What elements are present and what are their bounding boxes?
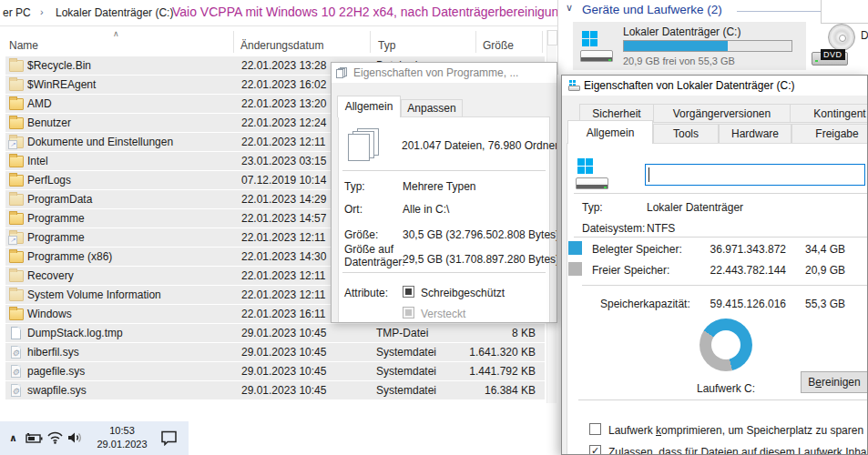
tab-hardware[interactable]: Hardware	[719, 124, 791, 144]
capacity-bar	[623, 40, 792, 52]
drive-item-local-disk-c[interactable]: Lokaler Datenträger (C:) 20,9 GB frei vo…	[573, 22, 806, 70]
folder-icon	[9, 98, 24, 110]
desktop-screenshot: er PC › Lokaler Datenträger (C:) Vaio VC…	[0, 0, 868, 455]
column-divider[interactable]	[233, 31, 234, 53]
folder-faded-icon	[9, 60, 24, 72]
file-name: Intel	[27, 155, 48, 167]
wifi-icon[interactable]	[47, 431, 63, 444]
folder-properties-dialog: Eigenschaften von Programme, ... Allgeme…	[331, 62, 557, 323]
breadcrumb-item-this-pc[interactable]: er PC	[3, 6, 31, 19]
field-value-type: Mehrere Typen	[403, 180, 476, 193]
tab-kontingent[interactable]: Kontingent	[790, 104, 868, 123]
checkbox-compress-label[interactable]: Laufwerk komprimieren, um Speicherplatz …	[608, 424, 863, 437]
checkbox-allow-indexing[interactable]	[589, 445, 601, 455]
dialog-title: Eigenschaften von Programme, ...	[353, 66, 518, 79]
file-row[interactable]: pagefile.sys 29.01.2023 10:45 Systemdate…	[5, 362, 545, 380]
file-name: Programme	[27, 231, 85, 244]
column-header-date[interactable]: Änderungsdatum	[240, 39, 323, 52]
folder-faded-icon	[9, 79, 24, 91]
divider	[342, 170, 546, 171]
file-type: TMP-Datei	[376, 327, 428, 339]
tab-allgemein[interactable]: Allgemein	[567, 120, 653, 144]
drive-free-space-text: 20,9 GB frei von 55,3 GB	[623, 56, 735, 66]
tab-anpassen[interactable]: Anpassen	[401, 99, 463, 117]
file-date: 22.01.2023 12:11	[241, 136, 326, 148]
field-value-size-on-disk: 29,5 GB (31.708.897.280 Bytes)	[403, 253, 557, 266]
folder-icon	[9, 117, 24, 129]
tab-freigabe[interactable]: Freigabe	[791, 124, 868, 144]
file-name: pagefile.sys	[27, 365, 85, 378]
folder-link-icon	[9, 136, 24, 148]
file-date: 22.01.2023 13:28	[241, 59, 326, 72]
folder-icon	[9, 213, 24, 225]
column-divider[interactable]	[370, 31, 371, 53]
file-name: swapfile.sys	[27, 384, 87, 397]
file-name: Recovery	[27, 269, 74, 282]
speaker-icon[interactable]	[67, 431, 84, 444]
taskbar-clock[interactable]: 10:53 29.01.2023	[89, 424, 155, 451]
checkbox-hidden-indeterminate	[403, 307, 414, 318]
column-header-type[interactable]: Typ	[378, 39, 395, 52]
field-label-size-on-disk: Größe auf Datenträger:	[344, 243, 401, 268]
file-row[interactable]: hiberfil.sys 29.01.2023 10:45 Systemdate…	[5, 343, 545, 361]
file-size: 8 KB	[435, 327, 536, 339]
breadcrumb-item-local-disk-c[interactable]: Lokaler Datenträger (C:)	[56, 6, 173, 19]
drive-icon	[568, 80, 581, 91]
selection-summary: 201.047 Dateien, 76.980 Ordner	[402, 139, 557, 152]
search-box-fragment[interactable]	[821, 0, 868, 24]
column-divider[interactable]	[475, 31, 476, 53]
battery-charging-icon[interactable]	[26, 433, 44, 444]
file-row[interactable]: swapfile.sys 29.01.2023 10:45 Systemdate…	[5, 381, 545, 399]
file-name: Programme (x86)	[27, 250, 112, 263]
scrollbar-up-button[interactable]	[547, 30, 557, 46]
folder-icon	[9, 156, 24, 167]
used-space-bytes: 36.971.343.872	[659, 243, 786, 256]
column-header-name[interactable]: Name	[9, 39, 38, 52]
file-name: ProgramData	[27, 193, 92, 206]
explorer-window-this-pc: ∨ Geräte und Laufwerke (2) Lokaler Daten…	[557, 0, 868, 75]
file-row[interactable]: DumpStack.log.tmp 29.01.2023 10:45 TMP-D…	[5, 324, 545, 342]
tab-vorgaengerversionen[interactable]: Vorgängerversionen	[653, 104, 791, 123]
sort-ascending-icon: ∧	[113, 29, 119, 38]
field-label-type: Typ:	[582, 201, 603, 214]
volume-label-input[interactable]	[645, 164, 865, 186]
clock-time: 10:53	[89, 424, 155, 438]
drive-properties-dialog: Eigenschaften von Lokaler Datenträger (C…	[561, 75, 868, 455]
multiple-files-icon	[337, 67, 348, 78]
file-type: Systemdatei	[376, 346, 436, 359]
checkbox-readonly-label[interactable]: Schreibgeschützt	[421, 287, 505, 299]
folder-icon	[9, 251, 24, 263]
tab-allgemein[interactable]: Allgemein	[337, 96, 401, 117]
checkbox-indexing-label[interactable]: Zulassen, dass für Dateien auf diesem La…	[608, 446, 868, 455]
folder-icon	[9, 175, 24, 187]
collapse-chevron-icon[interactable]: ∨	[566, 2, 573, 14]
dialog-titlebar[interactable]: Eigenschaften von Programme, ...	[332, 63, 557, 83]
tab-tools[interactable]: Tools	[653, 124, 719, 144]
taskbar-fragment: ∧ 10:53 29.01.2023	[0, 421, 189, 455]
tab-page-general: Typ: Lokaler Datenträger Dateisystem: NT…	[567, 143, 868, 455]
tray-overflow-chevron-icon[interactable]: ∧	[9, 432, 17, 444]
folder-faded-icon	[9, 270, 24, 282]
file-name: Benutzer	[27, 116, 71, 129]
free-space-bytes: 22.443.782.144	[659, 264, 786, 277]
capacity-bytes: 59.415.126.016	[659, 298, 786, 310]
file-date: 29.01.2023 10:45	[241, 327, 326, 339]
field-label-size: Größe:	[344, 228, 401, 241]
file-date: 22.01.2023 12:11	[241, 288, 326, 301]
column-divider[interactable]	[542, 31, 543, 53]
divider	[574, 193, 867, 194]
dvd-drive-icon[interactable]: DVD	[810, 24, 857, 69]
checkbox-compress-drive[interactable]	[589, 423, 601, 435]
group-header-devices-and-drives[interactable]: Geräte und Laufwerke (2)	[582, 3, 722, 16]
file-date: 22.01.2023 16:02	[241, 78, 326, 91]
disk-cleanup-button[interactable]: Bereinigen	[801, 371, 868, 393]
dialog-titlebar[interactable]: Eigenschaften von Lokaler Datenträger (C…	[562, 76, 867, 96]
checkbox-readonly-indeterminate[interactable]	[403, 286, 414, 298]
file-sys-icon	[11, 384, 21, 397]
action-center-icon[interactable]	[160, 430, 179, 446]
file-name: hiberfil.sys	[27, 346, 79, 359]
donut-chart-label: Laufwerk C:	[688, 382, 764, 395]
field-value-filesystem: NTFS	[647, 222, 675, 235]
column-header-size[interactable]: Größe	[483, 39, 514, 52]
disc-icon	[828, 24, 855, 51]
